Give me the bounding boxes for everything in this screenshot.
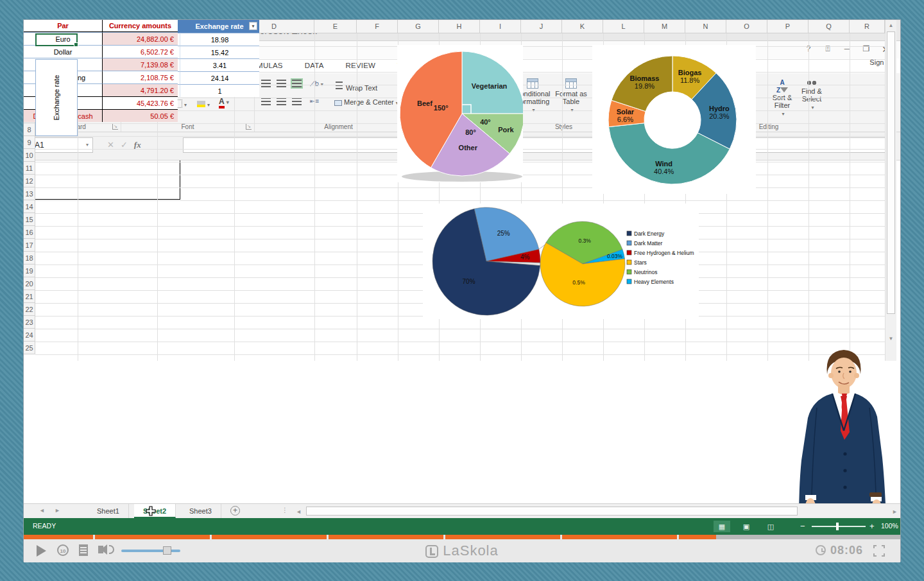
horizontal-scrollbar[interactable]: ◄ ►: [293, 506, 900, 517]
hscroll-thumb[interactable]: [306, 507, 798, 516]
amounts-table-value-cell[interactable]: 4,791.20 €: [102, 83, 178, 96]
row-header-13[interactable]: 13: [24, 187, 35, 200]
vertical-scrollbar[interactable]: ▲ ▼: [885, 20, 896, 361]
row-header-24[interactable]: 24: [24, 329, 35, 342]
amounts-table-value-cell[interactable]: 50.05 €: [102, 109, 178, 122]
row-header-22[interactable]: 22: [24, 303, 35, 316]
vscroll-thumb[interactable]: [887, 31, 895, 314]
amounts-table-name-cell[interactable]: Dollar: [24, 45, 102, 58]
legend-swatch[interactable]: [627, 260, 631, 264]
row-header-21[interactable]: 21: [24, 290, 35, 303]
row-header-16[interactable]: 16: [24, 226, 35, 239]
align-left-icon[interactable]: [260, 96, 272, 109]
column-header-J[interactable]: J: [521, 20, 562, 33]
row-header-15[interactable]: 15: [24, 213, 35, 226]
column-header-F[interactable]: F: [357, 20, 398, 33]
row-header-18[interactable]: 18: [24, 252, 35, 264]
page-layout-view-icon[interactable]: ▣: [738, 521, 755, 532]
row-header-8[interactable]: 8: [24, 123, 35, 136]
video-progress-bar[interactable]: [24, 535, 900, 539]
orientation-icon[interactable]: ⟋b: [310, 80, 323, 88]
dialog-launcher-icon[interactable]: ↘: [112, 124, 118, 130]
exchange-table-cell[interactable]: 3.41: [180, 58, 259, 71]
legend-swatch[interactable]: [627, 270, 631, 274]
exchange-table-cell[interactable]: 18.98: [180, 33, 259, 46]
font-color-icon[interactable]: A: [219, 97, 229, 106]
fullscreen-icon[interactable]: [873, 545, 885, 557]
sheet-tab-sheet1[interactable]: Sheet1: [88, 504, 129, 518]
hscroll-left-icon[interactable]: ◄: [296, 508, 302, 515]
row-header-17[interactable]: 17: [24, 239, 35, 252]
column-header-H[interactable]: H: [439, 20, 480, 33]
scroll-down-icon[interactable]: ▼: [886, 336, 896, 342]
exchange-table-cell[interactable]: 24.14: [180, 71, 259, 84]
chart-energy-donut[interactable]: Biogas11.8%Hydro20.3%Wind40.4%Solar6.6%B…: [592, 45, 756, 194]
legend-label: Neutrinos: [634, 269, 657, 275]
column-header-N[interactable]: N: [685, 20, 726, 33]
legend-swatch[interactable]: [627, 231, 631, 236]
page-break-view-icon[interactable]: ◫: [762, 521, 779, 532]
column-header-I[interactable]: I: [480, 20, 521, 33]
format-as-table-button[interactable]: Format as Table: [554, 78, 588, 113]
zoom-slider[interactable]: [812, 526, 866, 527]
column-header-K[interactable]: K: [562, 20, 603, 33]
status-bar: READY ▦ ▣ ◫ − + 100%: [24, 518, 900, 535]
next-sheet-icon[interactable]: ►: [55, 507, 60, 514]
row-header-25[interactable]: 25: [24, 342, 35, 354]
formula-input[interactable]: [183, 137, 889, 153]
row-header-20[interactable]: 20: [24, 277, 35, 290]
align-right-icon[interactable]: [291, 96, 303, 109]
confirm-entry-icon[interactable]: ✓: [121, 140, 128, 150]
insert-function-icon[interactable]: fx: [134, 140, 141, 150]
scroll-up-icon[interactable]: ▲: [886, 22, 896, 28]
name-box[interactable]: A1: [29, 137, 93, 153]
new-sheet-icon[interactable]: +: [230, 506, 240, 516]
legend-swatch[interactable]: [627, 250, 631, 255]
cancel-entry-icon[interactable]: ✕: [107, 140, 114, 150]
row-header-19[interactable]: 19: [24, 264, 35, 277]
row-header-11[interactable]: 11: [24, 162, 35, 175]
row-header-9[interactable]: 9: [24, 136, 35, 149]
column-header-M[interactable]: M: [644, 20, 685, 33]
amounts-table-value-cell[interactable]: 2,108.75 €: [102, 71, 178, 83]
legend-swatch[interactable]: [627, 241, 631, 245]
splitter-dots-icon[interactable]: ⋮: [282, 507, 288, 514]
column-header-O[interactable]: O: [726, 20, 767, 33]
chart-food-pie[interactable]: VegetarianPork40°Other80°Beef150°: [397, 45, 523, 182]
normal-view-icon[interactable]: ▦: [714, 521, 730, 532]
row-header-12[interactable]: 12: [24, 175, 35, 187]
column-header-P[interactable]: P: [767, 20, 809, 33]
row-header-10[interactable]: 10: [24, 149, 35, 162]
exchange-table-cell[interactable]: 1: [180, 84, 259, 97]
column-header-L[interactable]: L: [603, 20, 644, 33]
align-center-icon[interactable]: [275, 96, 287, 109]
wrap-text-button[interactable]: Wrap Text: [334, 80, 377, 92]
amounts-table-value-cell[interactable]: 45,423.76 €: [102, 96, 178, 109]
column-header-Q[interactable]: Q: [809, 20, 850, 33]
filter-dropdown-icon[interactable]: ▾: [249, 22, 257, 30]
exchange-table-cell[interactable]: 15.42: [180, 46, 259, 58]
find-select-button[interactable]: Find & Select: [798, 78, 826, 110]
legend-swatch[interactable]: [627, 279, 631, 284]
row-header-14[interactable]: 14: [24, 200, 35, 213]
progress-fill: [24, 535, 716, 539]
column-header-G[interactable]: G: [398, 20, 439, 33]
zoom-in-icon[interactable]: +: [869, 521, 875, 531]
sheet-tab-sheet3[interactable]: Sheet3: [180, 504, 221, 518]
amounts-table-value-cell[interactable]: 24,882.00 €: [102, 32, 178, 45]
column-header-E[interactable]: E: [314, 20, 357, 33]
amounts-table-value-cell[interactable]: 7,139.08 €: [102, 58, 178, 71]
hscroll-right-icon[interactable]: ►: [892, 508, 898, 515]
tab-review[interactable]: REVIEW: [335, 58, 387, 73]
chart-universe-pie-of-pie[interactable]: 25%4%70%0.3%0.03%0.5%Dark EnergyDark Mat…: [423, 204, 699, 319]
merge-center-button[interactable]: Merge & Center: [334, 98, 398, 106]
prev-sheet-icon[interactable]: ◄: [39, 507, 45, 514]
selected-cell[interactable]: [35, 33, 78, 46]
column-header-R[interactable]: R: [850, 20, 885, 33]
row-header-23[interactable]: 23: [24, 316, 35, 329]
dialog-launcher-icon[interactable]: ↘: [246, 124, 252, 130]
fill-color-icon[interactable]: [197, 98, 210, 109]
zoom-slider-thumb[interactable]: [836, 523, 839, 530]
zoom-out-icon[interactable]: −: [800, 521, 805, 531]
amounts-table-value-cell[interactable]: 6,502.72 €: [102, 45, 178, 58]
